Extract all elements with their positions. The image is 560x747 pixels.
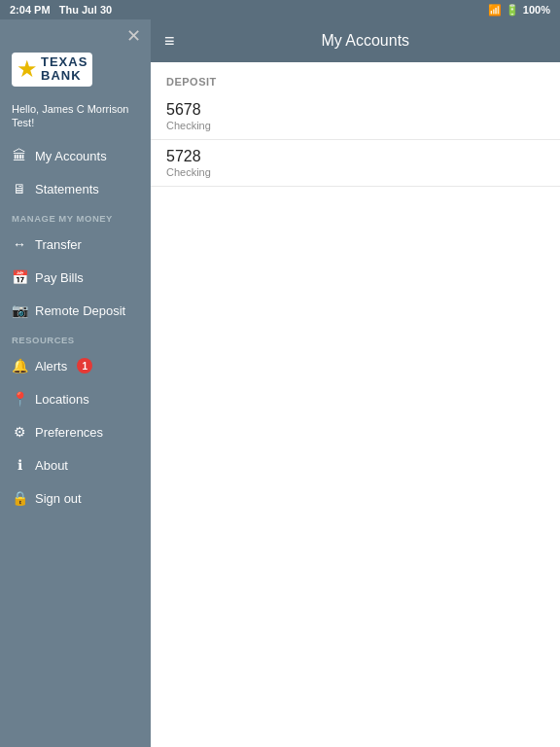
close-button[interactable]: ✕ [126, 27, 141, 45]
my-accounts-label: My Accounts [35, 149, 107, 163]
sidebar-logo: ★ TEXAS BANK [0, 49, 151, 96]
account-type-5728: Checking [166, 166, 544, 178]
preferences-label: Preferences [35, 425, 103, 440]
preferences-icon: ⚙ [12, 424, 27, 440]
about-label: About [35, 458, 68, 473]
status-icons: 📶 🔋 100% [488, 4, 550, 17]
sidebar-item-statements[interactable]: 🖥 Statements [0, 172, 151, 205]
logo-texas: TEXAS [41, 55, 88, 69]
hamburger-button[interactable]: ≡ [164, 31, 175, 52]
transfer-icon: ↔ [12, 236, 27, 252]
account-item-5728[interactable]: 5728 Checking [151, 140, 560, 187]
alerts-badge: 1 [77, 358, 92, 374]
statements-label: Statements [35, 182, 99, 196]
sidebar-item-alerts[interactable]: 🔔 Alerts 1 [0, 349, 151, 382]
navbar-title: My Accounts [185, 32, 546, 50]
app-container: ✕ ★ TEXAS BANK Hello, James C Morrison T… [0, 19, 560, 747]
account-item-5678[interactable]: 5678 Checking [151, 93, 560, 140]
account-number-5728: 5728 [166, 148, 544, 165]
account-type-5678: Checking [166, 120, 544, 131]
sign-out-label: Sign out [35, 491, 82, 506]
battery-icon: 🔋 [506, 4, 519, 17]
status-time: 2:04 PM [10, 4, 51, 16]
logo-box: ★ TEXAS BANK [12, 53, 92, 87]
remote-deposit-icon: 📷 [12, 302, 27, 318]
pay-bills-icon: 📅 [12, 269, 27, 285]
logo-bank: BANK [41, 69, 88, 83]
sidebar-item-about[interactable]: ℹ About [0, 448, 151, 481]
logo-text: TEXAS BANK [41, 55, 88, 84]
locations-icon: 📍 [12, 391, 27, 407]
locations-label: Locations [35, 392, 89, 407]
main-content: ≡ My Accounts DEPOSIT 5678 Checking 5728… [151, 19, 560, 747]
sidebar-item-pay-bills[interactable]: 📅 Pay Bills [0, 261, 151, 294]
statements-icon: 🖥 [12, 181, 27, 196]
status-date: Thu Jul 30 [59, 4, 112, 16]
about-icon: ℹ [12, 457, 27, 473]
pay-bills-label: Pay Bills [35, 270, 84, 285]
sidebar-item-locations[interactable]: 📍 Locations [0, 382, 151, 415]
transfer-label: Transfer [35, 237, 82, 252]
star-icon: ★ [17, 57, 38, 81]
resources-header: RESOURCES [0, 327, 151, 349]
wifi-icon: 📶 [488, 4, 502, 17]
sidebar-item-preferences[interactable]: ⚙ Preferences [0, 415, 151, 448]
sidebar-item-remote-deposit[interactable]: 📷 Remote Deposit [0, 294, 151, 327]
content-area: DEPOSIT 5678 Checking 5728 Checking [151, 62, 560, 747]
sidebar-greeting: Hello, James C Morrison Test! [0, 96, 151, 140]
sidebar-close-area: ✕ [0, 19, 151, 49]
status-bar: 2:04 PM Thu Jul 30 📶 🔋 100% [0, 0, 560, 19]
battery-percent: 100% [523, 4, 550, 16]
my-accounts-icon: 🏛 [12, 148, 27, 163]
alerts-label: Alerts [35, 359, 67, 374]
sidebar-item-sign-out[interactable]: 🔒 Sign out [0, 481, 151, 515]
sidebar: ✕ ★ TEXAS BANK Hello, James C Morrison T… [0, 19, 151, 747]
status-time-date: 2:04 PM Thu Jul 30 [10, 4, 112, 16]
remote-deposit-label: Remote Deposit [35, 303, 125, 318]
account-number-5678: 5678 [166, 101, 544, 119]
deposit-section-header: DEPOSIT [151, 62, 560, 93]
sidebar-item-transfer[interactable]: ↔ Transfer [0, 228, 151, 261]
manage-money-header: MANAGE MY MONEY [0, 205, 151, 228]
top-navbar: ≡ My Accounts [151, 19, 560, 62]
sidebar-item-my-accounts[interactable]: 🏛 My Accounts [0, 139, 151, 172]
alerts-icon: 🔔 [12, 358, 27, 374]
sign-out-icon: 🔒 [12, 490, 27, 506]
